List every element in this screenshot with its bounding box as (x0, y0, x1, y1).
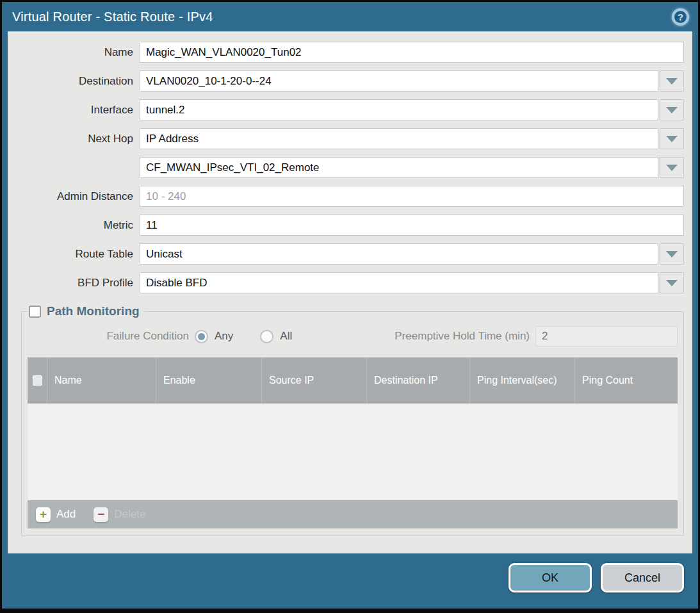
destination-input[interactable] (140, 70, 658, 92)
bfd-profile-input[interactable] (140, 272, 658, 293)
next-hop-address-dropdown-button[interactable] (660, 157, 684, 178)
path-monitoring-section: Path Monitoring Failure Condition Any Al… (21, 304, 684, 536)
destination-label: Destination (8, 75, 140, 88)
radio-any-label: Any (215, 330, 233, 343)
chevron-down-icon (666, 136, 678, 142)
preemptive-hold-label: Preemptive Hold Time (min) (395, 330, 535, 343)
form-row-metric: Metric (8, 215, 684, 236)
destination-dropdown-button[interactable] (660, 70, 684, 92)
chevron-down-icon (666, 78, 678, 85)
minus-icon (94, 507, 108, 522)
bfd-profile-dropdown-button[interactable] (660, 272, 684, 293)
admin-distance-input[interactable] (140, 186, 684, 207)
path-monitoring-legend: Path Monitoring (28, 304, 144, 318)
help-icon[interactable] (672, 8, 689, 26)
dialog-content: Name Destination Interface (8, 31, 692, 553)
dialog-footer: OK Cancel (2, 553, 698, 609)
failure-condition-option-all: All (260, 330, 292, 343)
form-row-bfd-profile: BFD Profile (8, 272, 684, 293)
select-all-checkbox[interactable] (33, 375, 42, 386)
add-button-label: Add (56, 508, 76, 521)
metric-label: Metric (8, 219, 140, 232)
table-header-enable: Enable (156, 357, 261, 404)
preemptive-hold-input[interactable] (535, 326, 678, 347)
table-header-destination-ip: Destination IP (366, 357, 469, 404)
failure-condition-option-any: Any (195, 330, 233, 343)
table-toolbar: Add Delete (28, 500, 678, 528)
path-monitoring-title: Path Monitoring (47, 304, 140, 318)
name-input[interactable] (140, 42, 684, 63)
delete-button[interactable]: Delete (94, 507, 145, 522)
route-table-label: Route Table (8, 248, 140, 261)
path-monitoring-table: Name Enable Source IP Destination IP Pin… (28, 357, 678, 528)
next-hop-address-input[interactable] (140, 157, 658, 178)
next-hop-type-dropdown-button[interactable] (660, 128, 684, 149)
admin-distance-label: Admin Distance (8, 190, 140, 203)
interface-label: Interface (8, 104, 140, 117)
name-label: Name (8, 46, 140, 59)
form-row-name: Name (8, 42, 684, 63)
plus-icon (36, 507, 51, 522)
form-row-next-hop-address (8, 157, 684, 178)
form-row-destination: Destination (8, 70, 684, 92)
form-row-next-hop: Next Hop (8, 128, 684, 149)
next-hop-label: Next Hop (8, 133, 140, 145)
cancel-button[interactable]: Cancel (601, 563, 684, 593)
static-route-dialog: Virtual Router - Static Route - IPv4 Nam… (0, 0, 700, 613)
table-header-ping-interval: Ping Interval(sec) (469, 357, 574, 404)
form-row-admin-distance: Admin Distance (8, 186, 684, 207)
chevron-down-icon (666, 280, 678, 286)
table-header-select (28, 357, 47, 404)
route-table-dropdown-button[interactable] (660, 243, 684, 265)
chevron-down-icon (666, 107, 678, 113)
path-monitoring-checkbox[interactable] (29, 306, 41, 318)
interface-dropdown-button[interactable] (660, 99, 684, 120)
form-row-interface: Interface (8, 99, 684, 120)
table-body-empty (28, 404, 678, 500)
radio-all[interactable] (260, 330, 273, 343)
metric-input[interactable] (140, 215, 684, 236)
radio-any[interactable] (195, 330, 208, 343)
route-table-input[interactable] (140, 243, 658, 265)
table-header-source-ip: Source IP (261, 357, 366, 404)
table-header-name: Name (47, 357, 156, 404)
radio-all-label: All (280, 330, 292, 343)
next-hop-type-input[interactable] (140, 128, 658, 149)
failure-condition-row: Failure Condition Any All Preemptive Hol… (27, 325, 678, 348)
bfd-profile-label: BFD Profile (8, 277, 140, 290)
delete-button-label: Delete (114, 508, 145, 521)
chevron-down-icon (666, 165, 678, 171)
dialog-titlebar: Virtual Router - Static Route - IPv4 (2, 2, 698, 31)
table-header-ping-count: Ping Count (574, 357, 678, 404)
table-header-row: Name Enable Source IP Destination IP Pin… (28, 357, 678, 404)
ok-button[interactable]: OK (509, 563, 592, 593)
dialog-title: Virtual Router - Static Route - IPv4 (12, 10, 213, 24)
interface-input[interactable] (140, 99, 658, 120)
add-button[interactable]: Add (36, 507, 76, 522)
failure-condition-label: Failure Condition (27, 330, 195, 343)
chevron-down-icon (666, 251, 678, 257)
form-row-route-table: Route Table (8, 243, 684, 265)
